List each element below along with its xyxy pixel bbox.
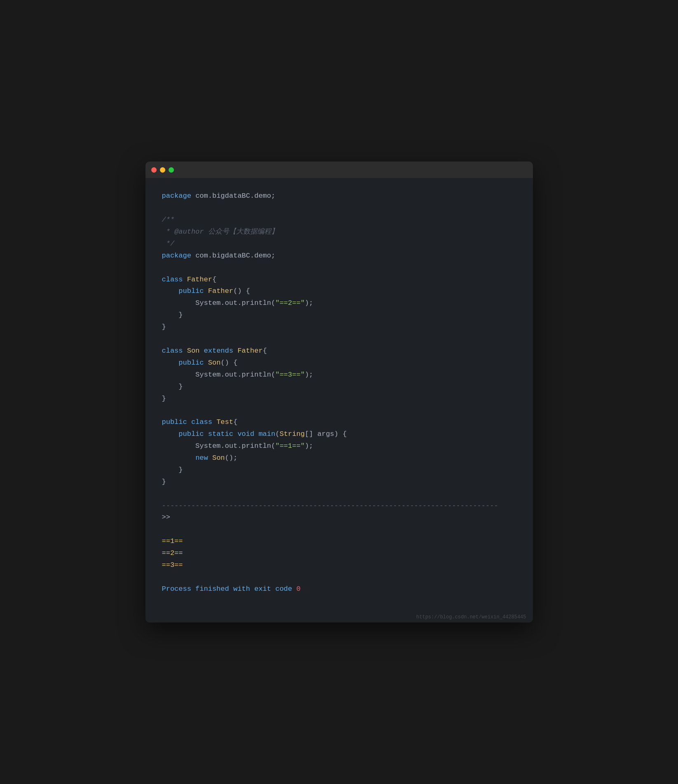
code-line bbox=[162, 571, 516, 583]
code-line: package com.bigdataBC.demo; bbox=[162, 190, 516, 202]
code-line: } bbox=[162, 476, 516, 488]
code-line: class Father{ bbox=[162, 274, 516, 286]
code-line bbox=[162, 262, 516, 274]
code-line: System.out.println("==1=="); bbox=[162, 440, 516, 452]
code-line: /** bbox=[162, 214, 516, 226]
code-line bbox=[162, 524, 516, 536]
watermark: https://blog.csdn.net/weixin_44285445 bbox=[145, 612, 533, 623]
watermark-text: https://blog.csdn.net/weixin_44285445 bbox=[416, 614, 526, 620]
code-line: System.out.println("==2=="); bbox=[162, 297, 516, 309]
output-line-3: ==3== bbox=[162, 559, 516, 571]
code-line: public Father() { bbox=[162, 286, 516, 297]
code-line: new Son(); bbox=[162, 452, 516, 464]
separator-line: ----------------------------------------… bbox=[162, 500, 516, 512]
code-line: } bbox=[162, 381, 516, 393]
code-line bbox=[162, 405, 516, 417]
maximize-button[interactable] bbox=[169, 167, 174, 173]
code-line: } bbox=[162, 393, 516, 405]
code-line: public class Test{ bbox=[162, 417, 516, 428]
code-line: } bbox=[162, 464, 516, 476]
code-line: */ bbox=[162, 238, 516, 250]
code-line bbox=[162, 488, 516, 500]
output-line-2: ==2== bbox=[162, 548, 516, 559]
output-line-1: ==1== bbox=[162, 536, 516, 548]
code-line: System.out.println("==3=="); bbox=[162, 369, 516, 381]
code-line: * @author 公众号【大数据编程】 bbox=[162, 226, 516, 238]
code-line bbox=[162, 333, 516, 345]
titlebar bbox=[145, 161, 533, 178]
code-line: } bbox=[162, 321, 516, 333]
code-editor: package com.bigdataBC.demo; /** * @autho… bbox=[145, 178, 533, 611]
code-line bbox=[162, 202, 516, 214]
prompt-line: >> bbox=[162, 512, 516, 524]
close-button[interactable] bbox=[151, 167, 157, 173]
code-line: class Son extends Father{ bbox=[162, 345, 516, 357]
process-line: Process finished with exit code 0 bbox=[162, 583, 516, 595]
code-window: package com.bigdataBC.demo; /** * @autho… bbox=[145, 161, 533, 622]
code-line: } bbox=[162, 309, 516, 321]
code-line: public static void main(String[] args) { bbox=[162, 428, 516, 440]
code-line: public Son() { bbox=[162, 357, 516, 369]
code-line: package com.bigdataBC.demo; bbox=[162, 250, 516, 262]
minimize-button[interactable] bbox=[160, 167, 165, 173]
